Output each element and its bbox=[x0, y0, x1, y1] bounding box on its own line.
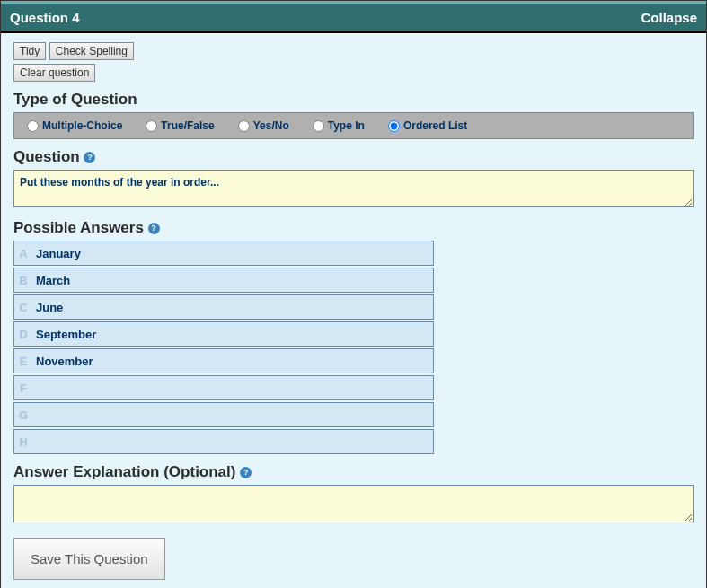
tidy-button[interactable]: Tidy bbox=[13, 42, 46, 60]
question-type-option[interactable]: True/False bbox=[146, 119, 214, 132]
question-type-label: Type In bbox=[328, 119, 365, 132]
save-question-button[interactable]: Save This Question bbox=[13, 538, 165, 580]
help-icon[interactable]: ? bbox=[148, 223, 160, 234]
answer-explanation-input[interactable] bbox=[13, 485, 694, 522]
question-type-option[interactable]: Multiple-Choice bbox=[27, 119, 122, 132]
answer-letter: A bbox=[14, 241, 32, 265]
answers-list: ABCDEFGH bbox=[13, 241, 434, 454]
answer-letter: G bbox=[14, 403, 32, 426]
answer-input[interactable] bbox=[32, 376, 433, 399]
collapse-toggle[interactable]: Collapse bbox=[641, 10, 697, 25]
question-type-label: Multiple-Choice bbox=[42, 119, 122, 132]
panel-header: Question 4 Collapse bbox=[1, 1, 706, 33]
answer-row: C bbox=[13, 294, 434, 320]
question-type-radio[interactable] bbox=[27, 120, 39, 132]
question-editor-panel: Question 4 Collapse Tidy Check Spelling … bbox=[0, 0, 707, 588]
answer-input[interactable] bbox=[32, 349, 433, 373]
question-type-option[interactable]: Ordered List bbox=[388, 119, 467, 132]
question-type-label: Yes/No bbox=[253, 119, 289, 132]
panel-body: Tidy Check Spelling Clear question Type … bbox=[1, 33, 706, 588]
answer-input[interactable] bbox=[32, 241, 433, 265]
answer-row: H bbox=[13, 429, 434, 454]
question-type-group: Multiple-ChoiceTrue/FalseYes/NoType InOr… bbox=[13, 112, 694, 139]
question-type-option[interactable]: Type In bbox=[313, 119, 365, 132]
type-of-question-label: Type of Question bbox=[13, 91, 694, 109]
question-type-label: Ordered List bbox=[403, 119, 467, 132]
answer-input[interactable] bbox=[32, 268, 433, 292]
question-type-radio[interactable] bbox=[313, 120, 324, 132]
question-type-radio[interactable] bbox=[146, 120, 157, 132]
answer-letter: D bbox=[14, 322, 32, 346]
answer-input[interactable] bbox=[32, 430, 433, 453]
answer-row: B bbox=[13, 268, 434, 293]
answer-row: D bbox=[13, 321, 434, 347]
question-type-option[interactable]: Yes/No bbox=[238, 119, 289, 132]
help-icon[interactable]: ? bbox=[240, 467, 252, 478]
toolbar-row-2: Clear question bbox=[13, 64, 694, 82]
answer-input[interactable] bbox=[32, 322, 433, 346]
question-text-input[interactable] bbox=[13, 170, 694, 207]
answer-row: F bbox=[13, 375, 434, 400]
answer-letter: H bbox=[14, 430, 32, 453]
panel-title: Question 4 bbox=[10, 10, 80, 25]
answer-letter: B bbox=[14, 268, 32, 292]
question-type-radio[interactable] bbox=[238, 120, 250, 132]
answer-letter: C bbox=[14, 295, 32, 319]
answer-row: E bbox=[13, 348, 434, 373]
question-type-label: True/False bbox=[161, 119, 214, 132]
question-type-radio[interactable] bbox=[388, 120, 400, 132]
answer-explanation-label: Answer Explanation (Optional) ? bbox=[13, 463, 694, 481]
possible-answers-label: Possible Answers ? bbox=[13, 219, 694, 237]
help-icon[interactable]: ? bbox=[84, 152, 95, 163]
check-spelling-button[interactable]: Check Spelling bbox=[49, 42, 134, 60]
answer-row: A bbox=[13, 241, 434, 266]
answer-input[interactable] bbox=[32, 403, 433, 426]
answer-letter: E bbox=[14, 349, 32, 373]
answer-letter: F bbox=[14, 376, 32, 399]
answer-input[interactable] bbox=[32, 295, 433, 319]
toolbar-row-1: Tidy Check Spelling bbox=[13, 42, 694, 60]
question-label: Question ? bbox=[13, 148, 694, 166]
clear-question-button[interactable]: Clear question bbox=[13, 64, 95, 82]
answer-row: G bbox=[13, 402, 434, 427]
